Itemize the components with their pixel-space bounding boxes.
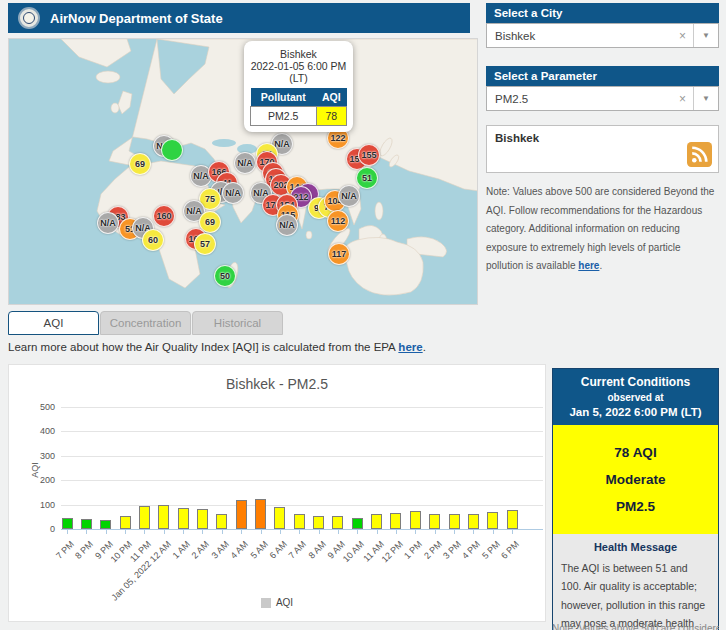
x-tick-mark [512, 530, 513, 534]
feed-box: Bishkek [486, 125, 719, 173]
bar-3-am[interactable] [216, 514, 227, 529]
aqi-marker-51[interactable]: 51 [356, 167, 378, 189]
bar-6-pm[interactable] [507, 510, 518, 529]
y-tick-label: 100 [21, 500, 55, 510]
learn-more-here-link[interactable]: here [398, 341, 422, 353]
bar-9-pm[interactable] [100, 520, 111, 529]
parameter-clear-icon[interactable]: × [672, 92, 693, 106]
cc-aqi-block: 78 AQI Moderate PM2.5 [553, 425, 718, 534]
x-tick-mark [164, 530, 165, 534]
rss-feed-icon[interactable] [687, 142, 712, 167]
learn-more-suffix: . [423, 341, 426, 353]
city-chevron-down-icon[interactable]: ▼ [693, 24, 718, 47]
popup-aqi-header: AQI [316, 88, 346, 107]
bar-6-am[interactable] [274, 507, 285, 529]
bar-8-pm[interactable] [81, 519, 92, 529]
aqi-bar-chart: Bishkek - PM2.5 AQI AQI 0100200300400500… [8, 364, 546, 622]
app-header: AirNow Department of State [8, 3, 470, 33]
note-suffix: . [599, 260, 602, 271]
x-tick-mark [183, 530, 184, 534]
bar-7-am[interactable] [294, 514, 305, 529]
aqi-marker-112[interactable]: 112 [327, 210, 349, 232]
x-tick-mark [357, 530, 358, 534]
x-tick-mark [396, 530, 397, 534]
x-tick-mark [106, 530, 107, 534]
chart-gridline [61, 407, 543, 408]
bar-12-pm[interactable] [390, 513, 401, 529]
chart-gridline [61, 431, 543, 432]
tab-historical[interactable]: Historical [192, 311, 283, 335]
bar-1-pm[interactable] [410, 511, 421, 529]
aqi-marker-na[interactable]: N/A [276, 214, 298, 236]
bar-11-am[interactable] [371, 514, 382, 529]
learn-more-line: Learn more about how the Air Quality Ind… [8, 341, 426, 353]
popup-pollutant-header: Pollutant [251, 88, 317, 107]
select-parameter-header: Select a Parameter [486, 66, 719, 86]
x-tick-mark [125, 530, 126, 534]
x-tick-mark [493, 530, 494, 534]
aqi-marker-117[interactable]: 117 [328, 243, 350, 265]
aqi-marker-60[interactable]: 60 [142, 229, 164, 251]
aqi-marker-50[interactable]: 50 [214, 265, 236, 287]
bar-7-pm[interactable] [62, 518, 73, 529]
aqi-marker-na[interactable]: N/A [338, 185, 360, 207]
bar-5-pm[interactable] [487, 512, 498, 529]
aqi-marker-160[interactable]: 160 [153, 205, 175, 227]
city-select[interactable]: Bishkek × ▼ [486, 23, 719, 48]
popup-pollutant-value: PM2.5 [251, 107, 317, 126]
aqi-marker-69[interactable]: 69 [129, 153, 151, 175]
x-tick-mark [222, 530, 223, 534]
y-tick-label: 500 [21, 402, 55, 412]
y-tick-label: 400 [21, 426, 55, 436]
bar-2-pm[interactable] [429, 514, 440, 529]
bar-3-pm[interactable] [449, 514, 460, 529]
popup-table: Pollutant AQI PM2.5 78 [250, 88, 347, 126]
map-popup: Bishkek 2022-01-05 6:00 PM (LT) Pollutan… [244, 41, 353, 132]
x-tick-mark [202, 530, 203, 534]
tab-aqi[interactable]: AQI [8, 311, 99, 335]
x-tick-mark [280, 530, 281, 534]
x-tick-mark [377, 530, 378, 534]
bar-4-am[interactable] [236, 500, 247, 529]
aqi-marker-na[interactable]: N/A [97, 212, 119, 234]
aqi-marker-57[interactable]: 57 [194, 233, 216, 255]
bar-9-am[interactable] [332, 516, 343, 529]
aqi-marker-hidden[interactable] [161, 139, 183, 161]
popup-timezone: (LT) [250, 72, 347, 84]
note-here-link[interactable]: here [578, 260, 599, 271]
select-city-header: Select a City [486, 3, 719, 23]
aqi-world-map[interactable]: N/A69N/A16641N/AN/A75N/A183N/A51N/A16060… [8, 38, 478, 305]
x-tick-mark [261, 530, 262, 534]
bar-jan-05-2022-12-am[interactable] [158, 505, 169, 529]
aqi-marker-na[interactable]: N/A [234, 152, 256, 174]
aqi-marker-155[interactable]: 155 [358, 144, 380, 166]
city-clear-icon[interactable]: × [672, 29, 693, 43]
bar-10-am[interactable] [352, 518, 363, 529]
cc-title: Current Conditions [557, 375, 714, 389]
x-tick-mark [454, 530, 455, 534]
bar-1-am[interactable] [178, 508, 189, 529]
x-tick-mark [473, 530, 474, 534]
parameter-chevron-down-icon[interactable]: ▼ [693, 87, 718, 110]
city-select-value: Bishkek [487, 30, 672, 42]
current-conditions-header: Current Conditions observed at Jan 5, 20… [553, 369, 718, 425]
learn-more-text: Learn more about how the Air Quality Ind… [8, 341, 398, 353]
bar-5-am[interactable] [255, 499, 266, 529]
bar-2-am[interactable] [197, 509, 208, 529]
parameter-select-value: PM2.5 [487, 93, 672, 105]
x-tick-mark [319, 530, 320, 534]
page-title: AirNow Department of State [50, 11, 223, 26]
tab-concentration[interactable]: Concentration [100, 311, 191, 335]
y-tick-label: 300 [21, 451, 55, 461]
bar-8-am[interactable] [313, 516, 324, 529]
cc-category: Moderate [557, 466, 714, 493]
cc-subtitle: observed at [557, 392, 714, 403]
cc-clipped-note: Note: Values above 500 are considered Be… [552, 623, 719, 630]
parameter-select[interactable]: PM2.5 × ▼ [486, 86, 719, 111]
cc-pollutant: PM2.5 [557, 493, 714, 520]
x-tick-mark [144, 530, 145, 534]
bar-11-pm[interactable] [139, 506, 150, 529]
aqi-marker-na[interactable]: N/A [222, 182, 244, 204]
bar-10-pm[interactable] [120, 516, 131, 529]
bar-4-pm[interactable] [468, 514, 479, 529]
